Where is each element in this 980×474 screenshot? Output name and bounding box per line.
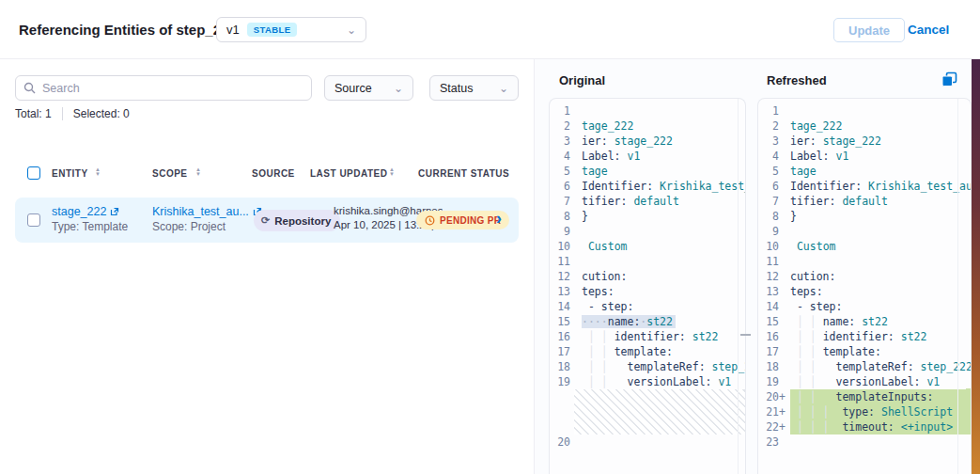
- line-number: 9: [758, 224, 779, 239]
- clock-icon: [425, 215, 435, 226]
- status-filter-label: Status: [440, 82, 473, 95]
- referencing-entities-modal: Referencing Entities of step_222 v1 STAB…: [0, 0, 980, 474]
- code-line: 5tage: [758, 164, 971, 179]
- code-line: 1: [758, 103, 971, 118]
- refreshed-code-editor[interactable]: 12tage_2223ier: stage_2224Label: v15tage…: [757, 98, 972, 474]
- code-line: 17 │ │ template:: [550, 344, 745, 359]
- entity-name-link[interactable]: stage_222: [52, 205, 106, 218]
- table-row[interactable]: stage_222 Type: Template Krishika_test_a…: [15, 198, 519, 243]
- line-content: }: [582, 209, 745, 224]
- line-number: 14: [758, 299, 779, 314]
- entity-cell: stage_222 Type: Template: [52, 205, 128, 233]
- code-line: 17 │ │ template:: [758, 344, 971, 359]
- added-line-marker: [779, 374, 786, 389]
- code-line: 20+ │ │ templateInputs:: [758, 389, 971, 404]
- added-line-marker: [570, 103, 578, 118]
- scrollbar-lane[interactable]: [738, 99, 739, 474]
- added-line-marker: [570, 149, 578, 164]
- line-number: 1: [758, 103, 779, 118]
- line-number: 22: [758, 419, 779, 434]
- line-content: - step:: [790, 299, 971, 314]
- line-number: 21: [758, 404, 779, 419]
- row-checkbox[interactable]: [27, 213, 40, 227]
- line-content: [582, 434, 745, 450]
- code-line: 9: [758, 224, 971, 239]
- chevron-down-icon: ⌄: [347, 24, 356, 36]
- line-content: Identifier: Krishika_test_aut: [790, 179, 971, 194]
- line-content: │ │ │ timeout: <+input>: [790, 419, 971, 434]
- source-filter-label: Source: [334, 82, 372, 95]
- line-number: 12: [758, 269, 779, 284]
- line-content: [582, 254, 745, 269]
- added-line-marker: [570, 179, 578, 194]
- modal-header: Referencing Entities of step_222 v1 STAB…: [0, 0, 980, 59]
- line-number: 13: [758, 284, 779, 299]
- code-line: 14 - step:: [758, 299, 971, 314]
- added-line-marker: [570, 209, 578, 224]
- code-line: 2tage_222: [550, 118, 745, 134]
- code-line: 10 Custom: [758, 239, 971, 254]
- added-line-marker: [779, 239, 786, 254]
- added-line-marker: [570, 284, 578, 299]
- line-content: tage: [790, 164, 971, 179]
- code-line: 3ier: stage_222: [758, 134, 971, 149]
- divider: [62, 107, 63, 120]
- version-select[interactable]: v1 STABLE ⌄: [216, 17, 366, 42]
- added-line-marker: [779, 194, 786, 209]
- line-content: cution:: [582, 269, 745, 284]
- sort-icon-entity[interactable]: ▲ ▼: [95, 167, 101, 176]
- page-title: Referencing Entities of step_222: [19, 22, 237, 38]
- chevron-down-icon: ⌄: [499, 83, 508, 94]
- line-content: │ │ identifier: st22: [790, 329, 971, 344]
- line-number: 7: [550, 194, 570, 209]
- code-line: 11: [550, 254, 745, 269]
- search-input[interactable]: [42, 82, 303, 95]
- added-line-marker: [570, 224, 578, 239]
- line-number: 17: [758, 344, 779, 359]
- diff-sash-handle[interactable]: [740, 334, 751, 336]
- line-number: 17: [550, 344, 570, 359]
- line-content: │ │ template:: [790, 344, 971, 359]
- line-content: │ │ versionLabel: v1: [582, 374, 745, 389]
- added-line-marker: [779, 164, 786, 179]
- code-line: 15 │ │ name: st22: [758, 314, 971, 329]
- code-line: 4Label: v1: [758, 149, 971, 164]
- line-content: cution:: [790, 269, 971, 284]
- chevron-right-icon[interactable]: ›: [496, 209, 502, 229]
- search-box[interactable]: [15, 75, 312, 101]
- source-filter-dropdown[interactable]: Source ⌄: [324, 75, 413, 101]
- added-line-marker: +: [779, 419, 786, 434]
- added-line-marker: [779, 284, 786, 299]
- sort-icon-scope[interactable]: ▲ ▼: [195, 167, 201, 176]
- update-button[interactable]: Update: [833, 18, 905, 42]
- added-line-marker: [779, 224, 786, 239]
- code-line: 23: [758, 434, 971, 450]
- line-number: 12: [550, 269, 570, 284]
- line-content: ier: stage_222: [790, 134, 971, 149]
- line-content: [790, 254, 971, 269]
- line-number: 18: [758, 359, 779, 374]
- code-line: 13teps:: [550, 284, 745, 299]
- line-content: │ │ templateRef: step_222: [582, 359, 745, 374]
- original-code-editor[interactable]: 12tage_2223ier: stage_2224Label: v15tage…: [549, 98, 746, 474]
- added-line-marker: [779, 434, 786, 450]
- select-all-checkbox[interactable]: [27, 166, 40, 180]
- cancel-button[interactable]: Cancel: [908, 23, 949, 37]
- added-line-marker: [779, 134, 786, 149]
- line-number: 20: [550, 434, 570, 450]
- sort-icon-last-updated[interactable]: ▲ ▼: [389, 167, 395, 176]
- column-header-scope: SCOPE: [152, 168, 188, 179]
- added-line-marker: [779, 179, 786, 194]
- added-line-marker: [779, 344, 786, 359]
- status-filter-dropdown[interactable]: Status ⌄: [429, 75, 519, 101]
- scope-type: Scope: Project: [152, 220, 262, 233]
- external-link-icon[interactable]: [110, 207, 119, 216]
- added-line-marker: [570, 329, 578, 344]
- scrollbar-lane[interactable]: [957, 99, 958, 474]
- code-line: 9: [550, 224, 745, 239]
- line-number: 3: [550, 134, 570, 149]
- copy-icon[interactable]: [941, 71, 957, 87]
- code-line: 2tage_222: [758, 118, 971, 134]
- scope-name-link[interactable]: Krishika_test_au...: [152, 205, 249, 218]
- line-content: tage_222: [790, 118, 971, 134]
